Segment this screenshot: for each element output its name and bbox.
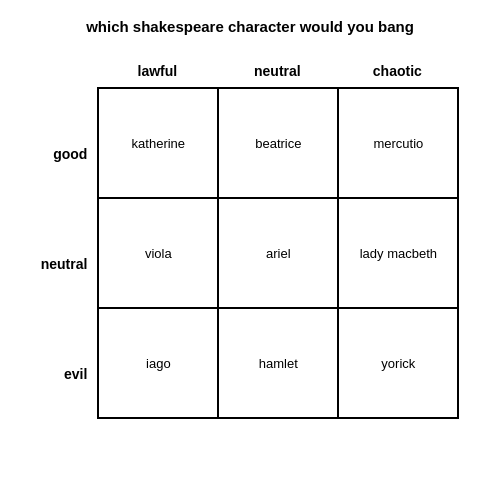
cell-neutral-lawful: viola (99, 199, 219, 309)
character-grid: katherine beatrice mercutio viola ariel … (97, 87, 459, 419)
col-header-chaotic: chaotic (337, 63, 457, 87)
row-label-good: good (41, 99, 88, 209)
col-headers: lawful neutral chaotic (97, 63, 459, 87)
row-label-evil: evil (41, 319, 88, 429)
col-header-neutral: neutral (217, 63, 337, 87)
cell-evil-lawful: iago (99, 309, 219, 419)
cell-good-lawful: katherine (99, 89, 219, 199)
cell-neutral-neutral: ariel (219, 199, 339, 309)
cell-neutral-chaotic: lady macbeth (339, 199, 459, 309)
cell-evil-chaotic: yorick (339, 309, 459, 419)
cell-good-chaotic: mercutio (339, 89, 459, 199)
page-title: which shakespeare character would you ba… (86, 18, 414, 35)
cell-good-neutral: beatrice (219, 89, 339, 199)
row-labels: good neutral evil (41, 63, 88, 429)
row-label-neutral: neutral (41, 209, 88, 319)
col-header-lawful: lawful (97, 63, 217, 87)
spacer (41, 63, 88, 99)
grid-container: lawful neutral chaotic katherine beatric… (97, 63, 459, 419)
cell-evil-neutral: hamlet (219, 309, 339, 419)
alignment-grid: good neutral evil lawful neutral chaotic… (41, 63, 460, 429)
